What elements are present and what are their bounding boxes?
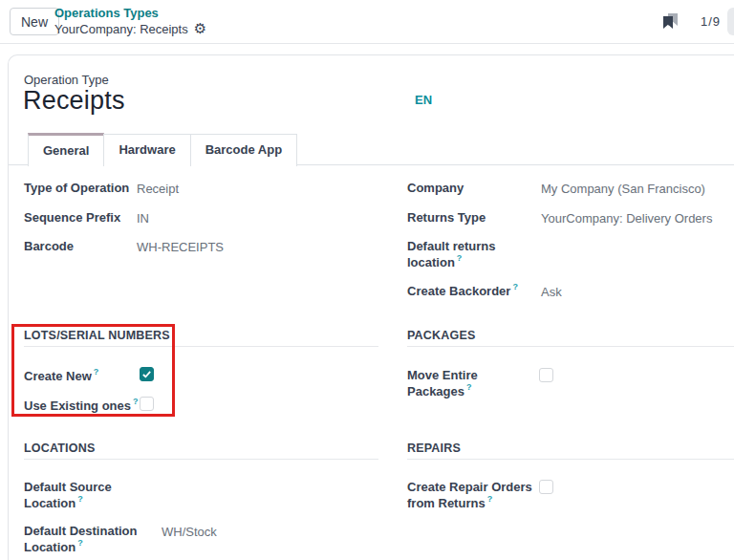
new-button[interactable]: New [10, 8, 59, 35]
field-label-barcode: Barcode [24, 238, 74, 254]
help-icon[interactable]: ? [133, 397, 139, 406]
help-icon[interactable]: ? [94, 367, 99, 377]
notebook-tabs: General Hardware Barcode App [28, 133, 297, 166]
pager-next-button-partial[interactable] [727, 8, 734, 35]
create-repair-orders-checkbox[interactable] [539, 480, 553, 494]
field-label-use-existing-ones: Use Existing ones? [24, 398, 138, 414]
use-existing-ones-checkbox[interactable] [140, 397, 154, 411]
field-value-type-of-operation[interactable]: Receipt [137, 181, 179, 197]
field-label-sequence-prefix: Sequence Prefix [24, 209, 120, 226]
control-panel: New Operations Types YourCompany: Receip… [0, 0, 734, 44]
move-entire-packages-checkbox[interactable] [539, 368, 553, 382]
field-value-sequence-prefix[interactable]: IN [137, 210, 149, 226]
translation-language-button[interactable]: EN [415, 93, 432, 107]
tab-general[interactable]: General [28, 133, 104, 166]
help-icon[interactable]: ? [466, 382, 472, 392]
help-icon[interactable]: ? [77, 538, 83, 548]
field-label-company: Company [407, 180, 464, 196]
help-icon[interactable]: ? [77, 494, 83, 504]
record-pager[interactable]: 1/9 [701, 14, 721, 29]
section-header-repairs: REPAIRS [407, 442, 734, 460]
field-label-default-source-location: Default Source Location? [24, 479, 139, 511]
breadcrumb-operations-types-link[interactable]: Operations Types [54, 5, 206, 21]
field-value-create-backorder[interactable]: Ask [541, 284, 562, 300]
section-header-locations: LOCATIONS [24, 442, 378, 460]
help-icon[interactable]: ? [487, 494, 493, 504]
help-icon[interactable]: ? [512, 282, 518, 291]
field-label-create-new: Create New? [24, 368, 98, 384]
field-label-move-entire-packages: Move Entire Packages? [407, 367, 498, 399]
field-label-create-backorder: Create Backorder? [407, 283, 518, 299]
gear-icon[interactable]: ⚙ [194, 22, 206, 36]
section-header-packages: PACKAGES [407, 329, 734, 347]
tab-hardware[interactable]: Hardware [103, 134, 190, 166]
field-label-default-destination-location: Default Destination Location? [24, 523, 165, 555]
page-title[interactable]: Receipts [23, 86, 125, 116]
help-icon[interactable]: ? [457, 253, 463, 263]
field-value-returns-type[interactable]: YourCompany: Delivery Orders [541, 210, 712, 226]
field-value-company[interactable]: My Company (San Francisco) [541, 181, 705, 197]
record-type-label: Operation Type [24, 73, 109, 87]
field-label-type-of-operation: Type of Operation [24, 180, 129, 196]
field-label-create-repair-orders-from-returns: Create Repair Orders from Returns? [407, 479, 552, 511]
tab-barcode-app[interactable]: Barcode App [190, 134, 297, 166]
breadcrumb-current-record: YourCompany: Receipts [54, 21, 188, 37]
create-new-checkbox[interactable] [140, 367, 154, 381]
operation-type-form-page: New Operations Types YourCompany: Receip… [0, 0, 734, 560]
field-value-default-destination-location[interactable]: WH/Stock [162, 524, 217, 540]
favorite-bookmark-icon[interactable] [661, 12, 679, 30]
check-icon [141, 369, 152, 379]
field-label-default-returns-location: Default returns location? [407, 238, 514, 270]
form-sheet: Operation Type Receipts EN General Hardw… [8, 54, 734, 560]
section-header-lots-serial-numbers: LOTS/SERIAL NUMBERS [24, 329, 378, 347]
breadcrumb: Operations Types YourCompany: Receipts ⚙ [54, 5, 206, 37]
field-label-returns-type: Returns Type [407, 209, 486, 226]
field-value-barcode[interactable]: WH-RECEIPTS [137, 239, 224, 255]
